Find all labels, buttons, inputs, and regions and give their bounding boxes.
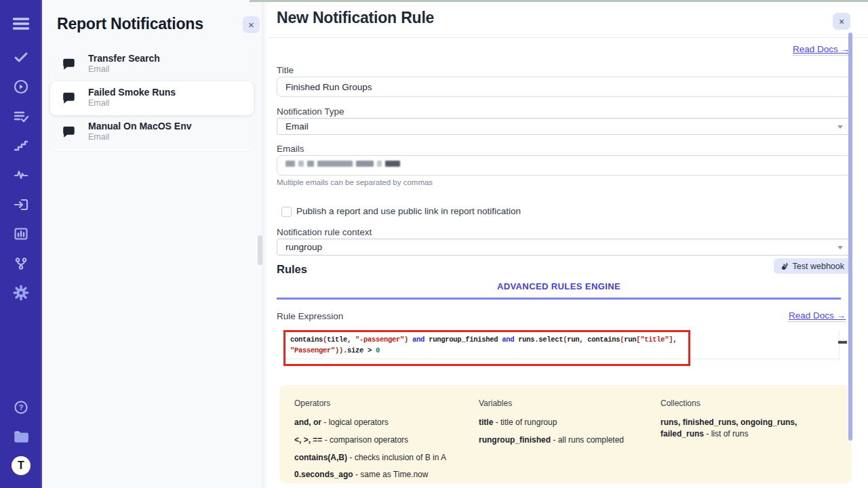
help-entry: 0.seconds_ago - same as Time.now — [294, 469, 479, 481]
webhook-plug-icon — [781, 262, 789, 270]
app-logo-letter: T — [18, 460, 24, 472]
list-item[interactable]: Transfer Search Email — [50, 47, 254, 81]
help-column-operators: Operators and, or - logical operators <,… — [294, 399, 479, 483]
check-icon — [13, 49, 29, 65]
sidebar-item-steps[interactable] — [7, 132, 35, 159]
list-item-selected[interactable]: Failed Smoke Runs Email — [50, 81, 254, 115]
dialog-close-button[interactable]: × — [833, 13, 850, 30]
help-entry: rungroup_finished - all runs completed — [479, 434, 660, 446]
help-entry: <, >, == - comparison operators — [294, 434, 479, 446]
publish-report-checkbox[interactable] — [281, 207, 292, 217]
list-check-icon — [13, 108, 29, 125]
close-icon: × — [248, 19, 254, 30]
notification-type: Email — [88, 64, 247, 74]
rule-context-label: Notification rule context — [277, 227, 372, 237]
sidebar: ? T — [0, 0, 42, 488]
help-circle-icon: ? — [13, 399, 29, 415]
rule-context-select[interactable]: rungroup — [277, 239, 850, 256]
panel-divider — [262, 0, 268, 488]
svg-text:?: ? — [19, 403, 24, 411]
help-column-title: Variables — [479, 399, 660, 408]
notification-type-select[interactable]: Email — [277, 118, 850, 135]
new-notification-rule-dialog: New Notification Rule × Read Docs → Titl… — [268, 0, 868, 488]
rule-context-value: rungroup — [285, 242, 322, 252]
activity-pulse-icon — [13, 167, 29, 183]
chat-bubble-icon — [61, 125, 76, 140]
projects-button[interactable] — [7, 423, 35, 450]
chat-bubble-icon — [61, 57, 76, 72]
sidebar-item-import[interactable] — [7, 191, 35, 218]
sidebar-item-activity[interactable] — [7, 161, 35, 188]
read-docs-link[interactable]: Read Docs → — [789, 310, 846, 322]
help-entry: and, or - logical operators — [294, 417, 479, 428]
rules-help-box: Operators and, or - logical operators <,… — [279, 385, 852, 483]
hamburger-icon — [12, 14, 31, 33]
menu-button[interactable] — [7, 10, 35, 37]
sidebar-item-settings[interactable] — [7, 279, 35, 306]
notification-type: Email — [88, 98, 247, 108]
notification-type: Email — [88, 132, 247, 142]
read-docs-link[interactable]: Read Docs → — [793, 44, 850, 56]
help-column-title: Collections — [660, 399, 842, 408]
gear-icon — [12, 284, 30, 302]
emails-hint: Multiple emails can be separated by comm… — [277, 178, 433, 186]
sidebar-item-test-lists[interactable] — [7, 103, 35, 130]
tab-advanced-rules-engine[interactable]: ADVANCED RULES ENGINE — [277, 281, 841, 300]
notification-title: Failed Smoke Runs — [88, 87, 247, 98]
notification-type-value: Email — [285, 121, 309, 131]
vertical-scrollbar[interactable] — [848, 33, 852, 441]
title-label: Title — [277, 65, 294, 75]
help-column-collections: Collections runs, finished_runs, ongoing… — [660, 399, 842, 483]
help-entry: title - title of rungroup — [479, 417, 660, 428]
app-window: ? T Report Notifications × Transfer Sear… — [0, 0, 868, 488]
sign-in-icon — [13, 197, 29, 213]
notification-type-label: Notification Type — [277, 106, 344, 117]
help-column-variables: Variables title - title of rungroup rung… — [479, 399, 660, 483]
panel-title: Report Notifications — [57, 15, 203, 33]
chevron-down-icon — [837, 125, 843, 129]
editor-scroll-thumb[interactable] — [838, 341, 847, 344]
folder-icon — [12, 428, 30, 445]
rule-expression-code: contains(title, "-passenger") and rungro… — [290, 334, 677, 356]
help-button[interactable]: ? — [7, 394, 35, 421]
notification-list: Transfer Search Email Failed Smoke Runs … — [50, 47, 254, 149]
page-top-strip — [250, 0, 868, 2]
panel-resize-handle[interactable] — [258, 235, 262, 265]
title-input[interactable] — [277, 77, 850, 97]
publish-report-label: Publish a report and use public link in … — [296, 206, 521, 216]
emails-label: Emails — [277, 144, 304, 154]
rules-heading: Rules — [277, 263, 307, 276]
branch-icon — [13, 256, 29, 272]
sidebar-item-reports[interactable] — [7, 220, 35, 247]
bar-chart-icon — [13, 226, 29, 242]
app-logo[interactable]: T — [12, 456, 31, 475]
sidebar-item-pipelines[interactable] — [7, 250, 35, 277]
close-icon: × — [839, 16, 844, 27]
help-column-title: Operators — [294, 399, 479, 408]
dialog-header: New Notification Rule × — [268, 0, 868, 38]
notification-title: Manual On MacOS Env — [88, 121, 247, 131]
rule-expression-editor[interactable]: contains(title, "-passenger") and rungro… — [283, 330, 841, 366]
report-notifications-panel: Report Notifications × Transfer Search E… — [42, 0, 262, 488]
rule-expression-label: Rule Expression — [277, 311, 343, 321]
test-webhook-button[interactable]: Test webhook — [774, 258, 851, 274]
sidebar-item-checks[interactable] — [7, 43, 35, 70]
editor-edge — [839, 330, 840, 361]
sidebar-item-runs[interactable] — [7, 73, 35, 100]
steps-icon — [13, 138, 29, 154]
panel-close-button[interactable]: × — [243, 16, 260, 33]
dialog-title: New Notification Rule — [277, 9, 434, 27]
notification-title: Transfer Search — [88, 53, 247, 64]
emails-value-redacted — [285, 161, 400, 167]
test-webhook-label: Test webhook — [793, 262, 844, 271]
play-circle-icon — [13, 79, 29, 95]
help-entry: contains(A,B) - checks inclusion of B in… — [294, 452, 479, 464]
list-item[interactable]: Manual On MacOS Env Email — [50, 115, 254, 149]
chat-bubble-icon — [61, 91, 76, 106]
chevron-down-icon — [837, 246, 843, 249]
help-entry: runs, finished_runs, ongoing_runs, faile… — [660, 417, 842, 440]
